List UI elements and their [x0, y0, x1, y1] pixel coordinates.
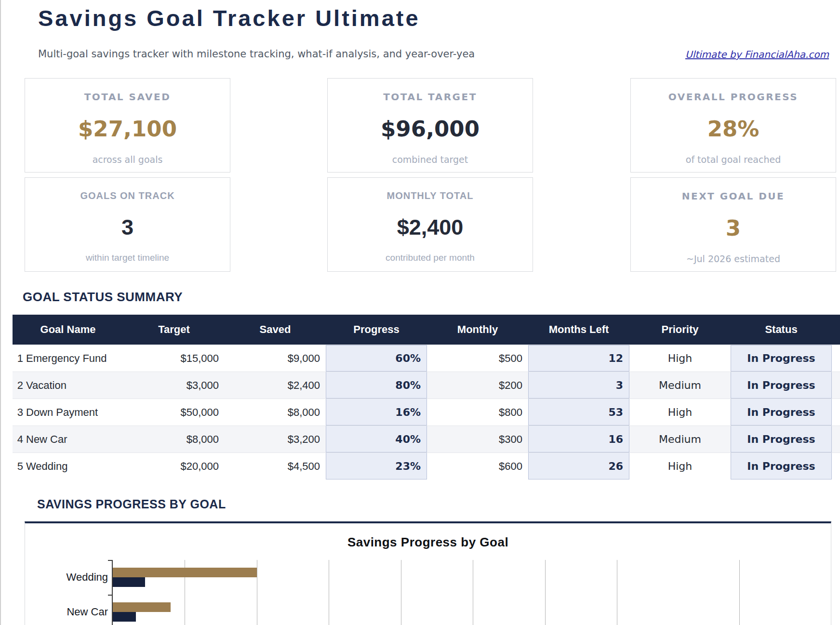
cell-priority: Medium [629, 372, 731, 399]
cell-progress: 60% [326, 345, 427, 372]
column-header-saved: Saved [225, 315, 326, 345]
page-title: Savings Goal Tracker Ultimate [38, 5, 420, 31]
cell-filler [832, 453, 840, 479]
table-row-vacation: 2 Vacation $3,000 $2,400 80% $200 3 Medi… [13, 372, 840, 399]
chart-gridline [545, 560, 546, 625]
card-label: TOTAL SAVED [25, 91, 230, 103]
cell-months-left: 3 [528, 372, 629, 399]
card-sub: within target timeline [25, 253, 230, 263]
cell-months-left: 53 [528, 399, 629, 426]
cell-status: In Progress [731, 453, 832, 479]
cell-months-left: 12 [528, 345, 629, 372]
cell-target: $20,000 [123, 453, 225, 479]
card-label: MONTHLY TOTAL [328, 190, 533, 201]
cell-filler [832, 345, 840, 372]
card-sub: across all goals [25, 154, 230, 165]
cell-row-number: 1 [13, 345, 23, 372]
cell-filler [832, 372, 840, 399]
chart-gridline [473, 560, 473, 625]
cell-progress: 80% [326, 372, 427, 399]
cell-goal-name: Wedding [23, 453, 123, 479]
table-row-new-car: 4 New Car $8,000 $3,200 40% $300 16 Medi… [13, 426, 840, 452]
card-value: 28% [631, 116, 836, 142]
goal-status-table: Goal Name Target Saved Progress Monthly … [13, 315, 840, 479]
cell-monthly: $600 [427, 453, 528, 479]
chart-gridline [257, 560, 257, 625]
chart-bar-target [113, 568, 257, 577]
cell-priority: High [629, 453, 731, 479]
cell-row-number: 5 [13, 453, 23, 479]
cell-goal-name: Emergency Fund [23, 345, 123, 372]
table-header-row: Goal Name Target Saved Progress Monthly … [13, 315, 840, 345]
card-label: OVERALL PROGRESS [631, 91, 836, 103]
card-value: $27,100 [25, 116, 230, 142]
card-label: NEXT GOAL DUE [631, 190, 836, 202]
card-next-goal-due: NEXT GOAL DUE 3 ~Jul 2026 estimated [630, 177, 836, 272]
card-label: GOALS ON TRACK [25, 190, 230, 201]
cell-status: In Progress [731, 399, 832, 426]
chart-axis-tick [108, 560, 113, 561]
section-heading-goal-status: GOAL STATUS SUMMARY [23, 290, 183, 305]
cell-goal-name: New Car [23, 426, 123, 452]
column-header-monthly: Monthly [427, 315, 528, 345]
table-row-wedding: 5 Wedding $20,000 $4,500 23% $600 26 Hig… [13, 452, 840, 479]
card-goals-on-track: GOALS ON TRACK 3 within target timeline [25, 177, 230, 272]
chart-container: Savings Progress by Goal WeddingNew CarD… [25, 521, 831, 625]
card-monthly-total: MONTHLY TOTAL $2,400 contributed per mon… [327, 177, 533, 272]
column-header-status: Status [731, 315, 832, 345]
cell-saved: $9,000 [225, 345, 326, 372]
chart-bar-saved [113, 612, 136, 622]
card-value: 3 [631, 215, 836, 241]
column-header-progress: Progress [326, 315, 427, 345]
chart-gridline [617, 560, 617, 625]
cell-progress: 40% [326, 426, 427, 452]
column-header-target: Target [123, 315, 225, 345]
card-overall-progress: OVERALL PROGRESS 28% of total goal reach… [630, 78, 836, 173]
cell-target: $3,000 [123, 372, 225, 399]
cell-filler [832, 426, 840, 452]
cell-goal-name: Down Payment [23, 399, 123, 426]
card-total-saved: TOTAL SAVED $27,100 across all goals [25, 78, 230, 173]
cell-priority: Medium [629, 426, 731, 452]
chart-category-label: New Car [16, 606, 108, 618]
table-row-down-payment: 3 Down Payment $50,000 $8,000 16% $800 5… [13, 399, 840, 426]
section-heading-savings-progress: SAVINGS PROGRESS BY GOAL [37, 497, 226, 511]
cell-status: In Progress [731, 345, 832, 372]
cell-saved: $4,500 [225, 453, 326, 479]
cell-goal-name: Vacation [23, 372, 123, 399]
column-header-priority: Priority [629, 315, 731, 345]
column-header-months-left: Months Left [528, 315, 629, 345]
column-header-goal-name: Goal Name [13, 315, 123, 345]
cell-row-number: 2 [13, 372, 23, 399]
chart-gridline [401, 560, 401, 625]
cell-target: $15,000 [123, 345, 225, 372]
card-sub: contributed per month [328, 253, 533, 263]
cell-priority: High [629, 345, 731, 372]
cell-target: $50,000 [123, 399, 225, 426]
cell-row-number: 3 [13, 399, 23, 426]
cell-saved: $2,400 [225, 372, 326, 399]
savings-tracker-page: Savings Goal Tracker Ultimate Multi-goal… [0, 0, 840, 625]
card-sub: of total goal reached [631, 154, 836, 165]
chart-category-label: Wedding [16, 571, 108, 584]
page-subtitle: Multi-goal savings tracker with mileston… [38, 48, 475, 60]
cell-monthly: $800 [427, 399, 528, 426]
chart-frame-right [739, 560, 740, 625]
cell-filler [832, 399, 840, 426]
cell-months-left: 26 [528, 453, 629, 479]
cell-status: In Progress [731, 426, 832, 452]
cell-saved: $3,200 [225, 426, 326, 452]
cell-months-left: 16 [528, 426, 629, 452]
chart-title: Savings Progress by Goal [25, 535, 831, 550]
chart-bar-target [113, 602, 171, 612]
chart-plot: WeddingNew CarDown PaymentVacationEmerge… [113, 560, 739, 625]
cell-row-number: 4 [13, 426, 23, 452]
cell-target: $8,000 [123, 426, 225, 452]
card-total-target: TOTAL TARGET $96,000 combined target [327, 78, 533, 173]
card-sub: ~Jul 2026 estimated [631, 253, 836, 264]
brand-link[interactable]: Ultimate by FinancialAha.com [685, 49, 829, 60]
card-label: TOTAL TARGET [328, 91, 533, 103]
card-value: 3 [25, 215, 230, 240]
cell-progress: 16% [326, 399, 427, 426]
card-value: $96,000 [328, 116, 533, 142]
